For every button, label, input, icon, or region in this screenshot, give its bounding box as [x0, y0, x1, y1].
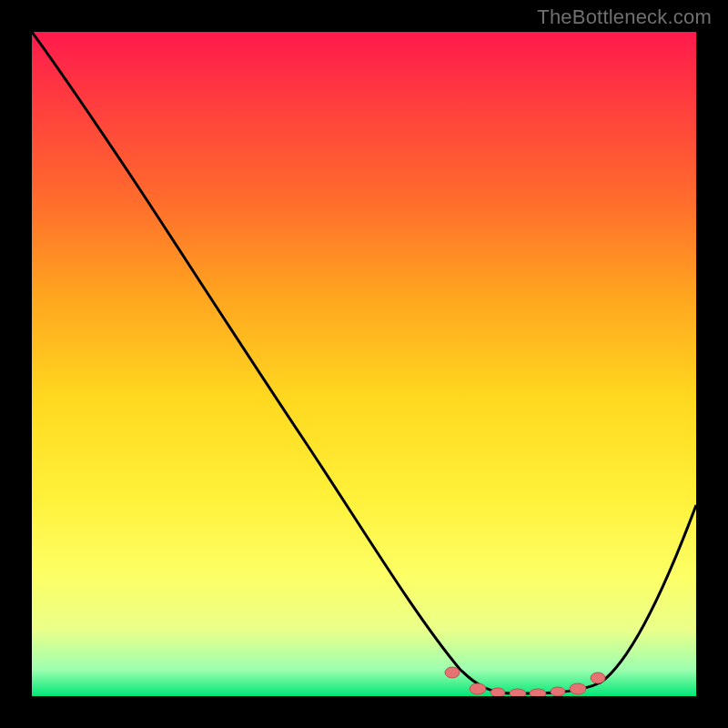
dot [510, 689, 526, 696]
bottleneck-curve [32, 32, 696, 693]
dot [591, 672, 605, 683]
min-dots [445, 667, 605, 696]
bottleneck-curve-svg [32, 32, 696, 696]
dot [530, 689, 546, 696]
attribution-text: TheBottleneck.com [537, 5, 712, 29]
dot [570, 683, 586, 694]
plot-area [32, 32, 696, 696]
dot [490, 688, 505, 696]
chart-frame: TheBottleneck.com [0, 0, 728, 728]
dot [551, 687, 565, 696]
dot [445, 667, 460, 678]
dot [470, 683, 486, 694]
